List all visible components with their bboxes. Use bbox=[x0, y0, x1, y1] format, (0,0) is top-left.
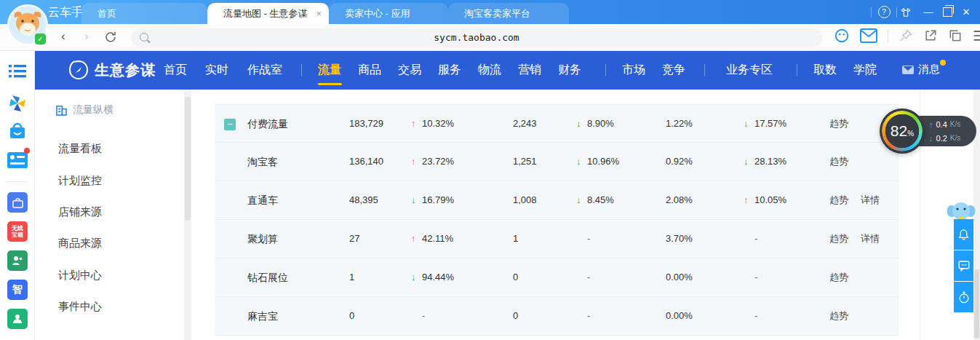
source-name[interactable]: 麻吉宝 bbox=[247, 297, 278, 335]
feedback-button[interactable] bbox=[954, 250, 973, 281]
menu-list-icon[interactable] bbox=[7, 61, 28, 82]
nav-item-logistics[interactable]: 物流 bbox=[478, 63, 501, 78]
message-card-icon[interactable] bbox=[7, 150, 28, 170]
trend-link[interactable]: 趋势 bbox=[829, 220, 848, 258]
source-name[interactable]: 直通车 bbox=[247, 181, 278, 219]
table-row[interactable]: − 付费流量 183,729 ↑10.32% 2,243 ↓8.90% 1.22… bbox=[215, 104, 899, 143]
source-name[interactable]: 钻石展位 bbox=[247, 258, 288, 296]
trend-link[interactable]: 趋势 bbox=[829, 258, 848, 296]
nav-item-home[interactable]: 首页 bbox=[164, 63, 187, 78]
blue-app-icon[interactable]: 智 bbox=[7, 280, 28, 300]
sidebar-item-shop-source[interactable]: 店铺来源 bbox=[58, 205, 102, 219]
tab-home[interactable]: 首页 bbox=[81, 3, 207, 24]
restore-button[interactable] bbox=[938, 7, 957, 17]
source-name[interactable]: 淘宝客 bbox=[247, 143, 278, 181]
scrollbar-thumb[interactable] bbox=[974, 269, 979, 339]
refresh-button[interactable] bbox=[104, 31, 117, 44]
buyers-change: - bbox=[576, 220, 590, 258]
sidebar-item-product-source[interactable]: 商品来源 bbox=[58, 237, 102, 250]
open-external-icon[interactable] bbox=[923, 28, 938, 43]
wangwang-icon[interactable] bbox=[834, 28, 850, 44]
shopping-bag-icon[interactable] bbox=[7, 121, 28, 141]
divider bbox=[704, 64, 705, 76]
nav-item-battleroom[interactable]: 作战室 bbox=[247, 63, 282, 78]
sycm-logo-icon bbox=[69, 60, 88, 79]
history-timer-button[interactable] bbox=[954, 282, 973, 312]
trend-link[interactable]: 趋势 bbox=[829, 297, 848, 335]
pin-icon[interactable] bbox=[899, 28, 913, 43]
sidebar-item-traffic-board[interactable]: 流量看板 bbox=[58, 142, 102, 156]
nav-item-product[interactable]: 商品 bbox=[358, 63, 381, 78]
sidebar-item-event-center[interactable]: 事件中心 bbox=[58, 300, 102, 314]
tab-close-icon[interactable]: × bbox=[316, 3, 322, 24]
url-bar[interactable]: sycm.taobao.com bbox=[131, 28, 822, 47]
rate-value: 1.22% bbox=[666, 105, 693, 143]
collapse-toggle[interactable]: − bbox=[224, 119, 236, 130]
tab-label: 首页 bbox=[97, 8, 116, 19]
optimization-score-dial[interactable]: 82% bbox=[880, 108, 925, 154]
source-name[interactable]: 聚划算 bbox=[247, 220, 278, 258]
notification-dot bbox=[24, 148, 30, 154]
notifications-button[interactable] bbox=[954, 219, 973, 250]
sidebar-item-plan-center[interactable]: 计划中心 bbox=[58, 269, 102, 282]
trend-arrow-icon: ↓ bbox=[411, 258, 422, 296]
forward-button[interactable]: › bbox=[84, 29, 89, 44]
url-text[interactable]: sycm.taobao.com bbox=[131, 28, 822, 47]
table-row[interactable]: 钻石展位 1 ↓94.44% 0 - 0.00% - 趋势 bbox=[215, 258, 899, 297]
detail-link[interactable]: 详情 bbox=[861, 181, 880, 219]
mail-icon[interactable] bbox=[860, 28, 877, 43]
app-bag-icon[interactable] bbox=[7, 192, 28, 213]
tab-traffic-map[interactable]: 流量地图 - 生意参谋 × bbox=[207, 3, 329, 24]
floating-toolbar bbox=[954, 219, 973, 313]
wuxian-baoxiang-icon[interactable]: 无线宝箱 bbox=[7, 221, 28, 242]
table-row[interactable]: 淘宝客 136,140 ↑23.72% 1,251 ↓10.96% 0.92% … bbox=[215, 143, 899, 181]
table-row[interactable]: 聚划算 27 ↑42.11% 1 - 3.70% - 趋势 详情 bbox=[215, 220, 899, 258]
nav-item-service[interactable]: 服务 bbox=[438, 63, 461, 78]
nav-message[interactable]: 消息 bbox=[902, 63, 940, 76]
nav-item-market[interactable]: 市场 bbox=[622, 63, 645, 78]
buyers-value: 1,008 bbox=[513, 181, 537, 219]
window-controls: ? — ✕ bbox=[868, 0, 976, 24]
nav-item-finance[interactable]: 财务 bbox=[558, 63, 581, 78]
divider bbox=[605, 64, 606, 76]
pinwheel-icon[interactable] bbox=[7, 93, 28, 114]
tab-bar: 首页 流量地图 - 生意参谋 × 卖家中心 - 应用 淘宝客卖家平台 ? — ✕ bbox=[0, 0, 980, 24]
source-name[interactable]: 付费流量 bbox=[247, 105, 288, 143]
menu-icon[interactable] bbox=[973, 29, 980, 42]
trend-link[interactable]: 趋势 bbox=[829, 143, 848, 181]
detail-link[interactable]: 详情 bbox=[861, 220, 880, 258]
table-row[interactable]: 直通车 48,395 ↓16.79% 1,008 ↓8.45% 2.08% ↑1… bbox=[215, 181, 899, 220]
notification-dot bbox=[940, 60, 946, 66]
sidebar-header-label: 流量纵横 bbox=[73, 103, 113, 116]
score-ring bbox=[882, 111, 923, 151]
nav-item-realtime[interactable]: 实时 bbox=[205, 63, 228, 78]
minimize-button[interactable]: — bbox=[919, 7, 938, 17]
nav-item-traffic[interactable]: 流量 bbox=[318, 63, 341, 78]
duplicate-icon[interactable] bbox=[948, 28, 963, 43]
table-row[interactable]: 麻吉宝 0 - 0 - 0.00% - 趋势 bbox=[215, 297, 899, 336]
help-button[interactable]: ? bbox=[875, 6, 893, 18]
trend-link[interactable]: 趋势 bbox=[829, 181, 848, 219]
elephant-mascot-icon[interactable] bbox=[947, 202, 976, 221]
nav-item-trade[interactable]: 交易 bbox=[398, 63, 421, 78]
nav-item-compete[interactable]: 竞争 bbox=[662, 63, 685, 78]
toolbar-icons bbox=[834, 28, 980, 44]
scrollbar-thumb[interactable] bbox=[185, 97, 191, 221]
contacts-green-icon[interactable] bbox=[7, 250, 28, 271]
nav-item-data[interactable]: 取数 bbox=[813, 63, 837, 78]
tab-taokeke[interactable]: 淘宝客卖家平台 bbox=[448, 3, 569, 24]
back-button[interactable]: ‹ bbox=[61, 29, 65, 44]
sidebar-item-plan-monitor[interactable]: 计划监控 bbox=[58, 174, 102, 188]
close-button[interactable]: ✕ bbox=[957, 7, 976, 17]
skin-button[interactable] bbox=[900, 7, 919, 18]
nav-item-biz-zone[interactable]: 业务专区 bbox=[726, 63, 773, 78]
tab-label: 淘宝客卖家平台 bbox=[464, 8, 530, 19]
tab-seller-center[interactable]: 卖家中心 - 应用 bbox=[329, 3, 448, 24]
sidebar-scrollbar[interactable] bbox=[184, 90, 191, 340]
trend-link[interactable]: 趋势 bbox=[829, 105, 848, 143]
sycm-brand[interactable]: 生意参谋 bbox=[95, 60, 156, 80]
member-green-icon[interactable] bbox=[7, 309, 28, 329]
nav-item-marketing[interactable]: 营销 bbox=[518, 63, 541, 78]
visitors-value: 136,140 bbox=[349, 143, 383, 181]
nav-item-college[interactable]: 学院 bbox=[853, 63, 877, 78]
